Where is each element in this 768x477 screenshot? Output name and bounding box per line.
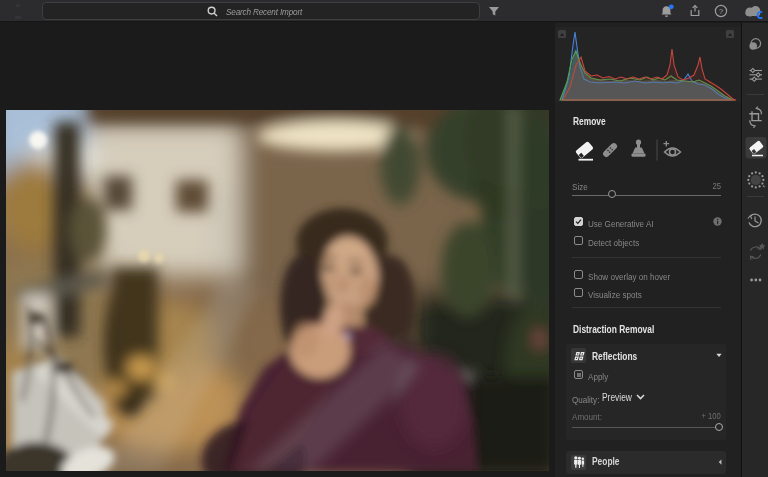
svg-text:?: ? [719, 7, 724, 16]
